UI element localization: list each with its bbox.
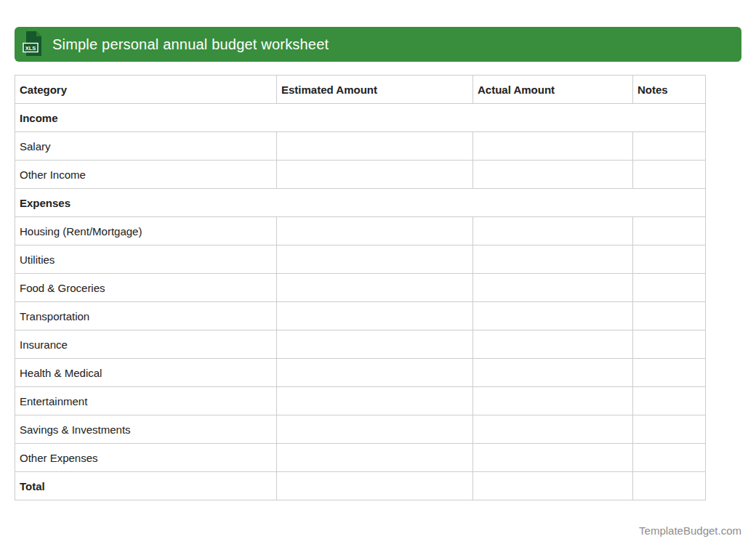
table-row: Entertainment [15,387,706,415]
actual-amount-cell [473,415,633,444]
category-cell: Health & Medical [15,359,277,387]
notes-cell [633,387,706,415]
notes-cell [633,245,706,274]
notes-cell [633,132,706,161]
estimated-amount-cell [277,330,473,359]
page-title: Simple personal annual budget worksheet [52,36,329,53]
actual-amount-cell [473,330,633,359]
actual-amount-cell [473,274,633,302]
budget-table: CategoryEstimated AmountActual AmountNot… [15,75,706,500]
total-row: Total [15,472,706,500]
estimated-amount-cell [277,302,473,330]
estimated-amount-cell [277,245,473,274]
notes-cell [633,217,706,245]
notes-cell [633,415,706,444]
estimated-amount-cell [277,415,473,444]
estimated-amount-cell [277,444,473,472]
notes-cell [633,302,706,330]
table-row: Utilities [15,245,706,274]
actual-amount-cell [473,472,633,500]
notes-cell [633,359,706,387]
estimated-amount-cell [277,217,473,245]
actual-amount-cell [473,132,633,161]
estimated-amount-cell [277,274,473,302]
notes-cell [633,274,706,302]
category-cell: Utilities [15,245,277,274]
section-label-cell: Expenses [15,189,706,217]
notes-cell [633,444,706,472]
estimated-amount-cell [277,161,473,189]
section-label-cell: Income [15,104,706,132]
actual-amount-cell [473,359,633,387]
category-cell: Total [15,472,277,500]
category-cell: Savings & Investments [15,415,277,444]
title-banner: XLS Simple personal annual budget worksh… [15,27,741,62]
category-cell: Transportation [15,302,277,330]
table-row: Health & Medical [15,359,706,387]
table-row: Savings & Investments [15,415,706,444]
category-cell: Housing (Rent/Mortgage) [15,217,277,245]
notes-cell [633,161,706,189]
category-cell: Entertainment [15,387,277,415]
table-row: Other Income [15,161,706,189]
category-cell: Salary [15,132,277,161]
table-row: Housing (Rent/Mortgage) [15,217,706,245]
xls-badge-text: XLS [25,45,36,52]
footer-credit: TemplateBudget.com [15,524,741,537]
actual-amount-cell [473,245,633,274]
table-row: Other Expenses [15,444,706,472]
category-cell: Other Expenses [15,444,277,472]
section-row: Expenses [15,189,706,217]
category-cell: Other Income [15,161,277,189]
category-cell: Insurance [15,330,277,359]
actual-amount-cell [473,217,633,245]
actual-amount-cell [473,302,633,330]
table-row: Insurance [15,330,706,359]
page: XLS Simple personal annual budget worksh… [0,0,756,552]
estimated-amount-cell [277,359,473,387]
notes-cell [633,330,706,359]
actual-amount-cell [473,444,633,472]
estimated-amount-cell [277,472,473,500]
actual-amount-cell [473,387,633,415]
estimated-amount-cell [277,132,473,161]
column-header: Actual Amount [473,76,633,104]
table-body: IncomeSalaryOther IncomeExpensesHousing … [15,104,706,500]
table-row: Food & Groceries [15,274,706,302]
column-header: Estimated Amount [277,76,473,104]
table-row: Salary [15,132,706,161]
notes-cell [633,472,706,500]
table-row: Transportation [15,302,706,330]
estimated-amount-cell [277,387,473,415]
table-header-row: CategoryEstimated AmountActual AmountNot… [15,76,706,104]
column-header: Notes [633,76,706,104]
xls-file-icon: XLS [23,31,43,57]
column-header: Category [15,76,277,104]
actual-amount-cell [473,161,633,189]
category-cell: Food & Groceries [15,274,277,302]
section-row: Income [15,104,706,132]
